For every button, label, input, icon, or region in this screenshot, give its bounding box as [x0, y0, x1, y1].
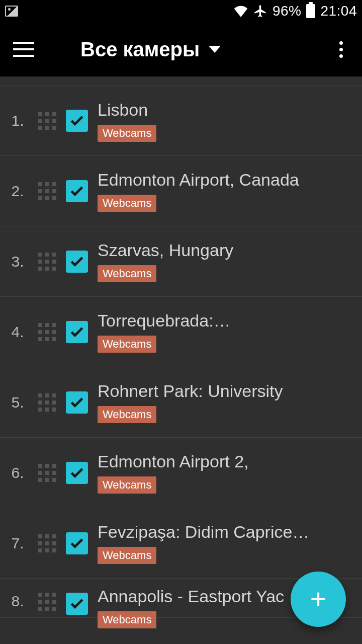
item-index: 6.: [0, 464, 35, 481]
item-index: 7.: [0, 535, 35, 552]
battery-icon: [306, 4, 315, 18]
item-checkbox[interactable]: [66, 251, 88, 273]
item-index: 3.: [0, 253, 35, 270]
drag-handle-icon[interactable]: [35, 534, 59, 552]
item-title: Edmonton Airport 2,: [98, 452, 358, 471]
item-index: 8.: [0, 593, 35, 610]
page-title: Все камеры: [80, 38, 200, 61]
item-index: 4.: [0, 324, 35, 341]
item-tag: Webcams: [98, 476, 156, 494]
overflow-menu-button[interactable]: [331, 39, 351, 59]
item-checkbox[interactable]: [66, 532, 88, 554]
item-tag: Webcams: [98, 336, 156, 353]
drag-handle-icon[interactable]: [35, 323, 59, 341]
item-checkbox[interactable]: [66, 180, 88, 202]
item-title: Edmonton Airport, Canada: [98, 170, 358, 190]
item-tag: Webcams: [98, 125, 156, 142]
list-item[interactable]: 4. Torrequebrada:… Webcams: [0, 297, 362, 367]
item-title: Fevzipaşa: Didim Caprice…: [98, 522, 358, 542]
list-item[interactable]: 7. Fevzipaşa: Didim Caprice… Webcams: [0, 508, 362, 579]
status-bar: 96% 21:04: [0, 0, 362, 22]
item-tag: Webcams: [98, 195, 156, 212]
item-checkbox[interactable]: [66, 462, 88, 484]
item-title: Lisbon: [98, 100, 358, 120]
title-dropdown[interactable]: Все камеры: [80, 38, 221, 61]
list-item[interactable]: 1. Lisbon Webcams: [0, 86, 362, 156]
item-checkbox[interactable]: [66, 593, 88, 615]
drag-handle-icon[interactable]: [35, 253, 59, 271]
item-index: 2.: [0, 183, 35, 200]
item-index: 1.: [0, 112, 35, 129]
item-checkbox[interactable]: [66, 110, 88, 132]
wifi-icon: [233, 5, 248, 17]
item-title: Torrequebrada:…: [98, 311, 358, 331]
chevron-down-icon: [209, 46, 221, 53]
add-camera-fab[interactable]: +: [291, 572, 346, 627]
item-index: 5.: [0, 394, 35, 411]
drag-handle-icon[interactable]: [35, 182, 59, 200]
list-item[interactable]: 5. Rohnert Park: University Webcams: [0, 367, 362, 438]
item-tag: Webcams: [98, 547, 156, 564]
drag-handle-icon[interactable]: [35, 393, 59, 412]
item-tag: Webcams: [98, 265, 156, 282]
item-title: Szarvas, Hungary: [98, 240, 358, 260]
item-checkbox[interactable]: [66, 321, 88, 343]
airplane-mode-icon: [253, 4, 267, 18]
app-bar: Все камеры: [0, 22, 362, 76]
camera-list[interactable]: 1. Lisbon Webcams 2. Edmonton Airport, C…: [0, 76, 362, 644]
clock: 21:04: [320, 3, 357, 19]
list-item[interactable]: 6. Edmonton Airport 2, Webcams: [0, 438, 362, 508]
item-checkbox[interactable]: [66, 391, 88, 414]
plus-icon: +: [310, 585, 327, 613]
drag-handle-icon[interactable]: [35, 112, 59, 130]
item-title: Rohnert Park: University: [98, 381, 358, 401]
drag-handle-icon[interactable]: [35, 593, 59, 611]
list-item[interactable]: 3. Szarvas, Hungary Webcams: [0, 226, 362, 297]
menu-button[interactable]: [13, 42, 34, 57]
drag-handle-icon[interactable]: [35, 464, 59, 482]
screenshot-icon: [5, 6, 18, 17]
battery-percent: 96%: [273, 3, 302, 19]
item-tag: Webcams: [98, 406, 156, 423]
list-item[interactable]: 2. Edmonton Airport, Canada Webcams: [0, 156, 362, 226]
item-tag: Webcams: [98, 611, 156, 628]
